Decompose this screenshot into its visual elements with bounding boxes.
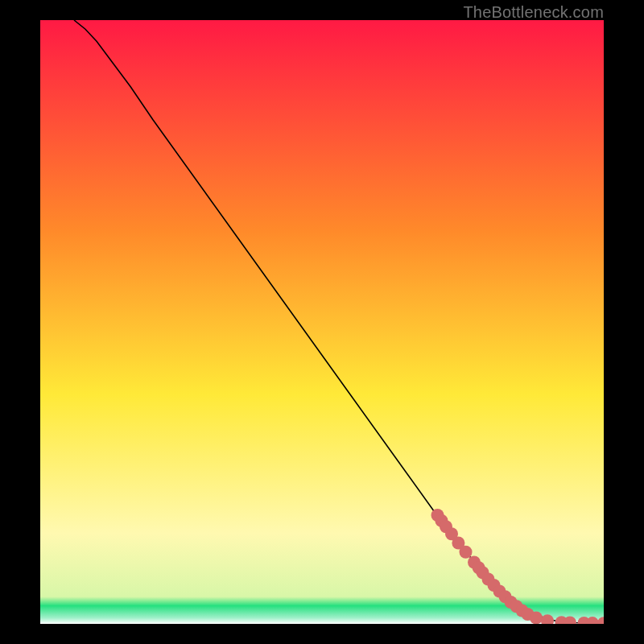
data-marker — [460, 546, 473, 559]
gradient-background — [40, 20, 604, 624]
plot-area — [40, 20, 604, 624]
chart-svg — [40, 20, 604, 624]
chart-frame: TheBottleneck.com — [0, 0, 644, 644]
data-marker — [530, 612, 543, 625]
watermark-text: TheBottleneck.com — [463, 3, 604, 22]
